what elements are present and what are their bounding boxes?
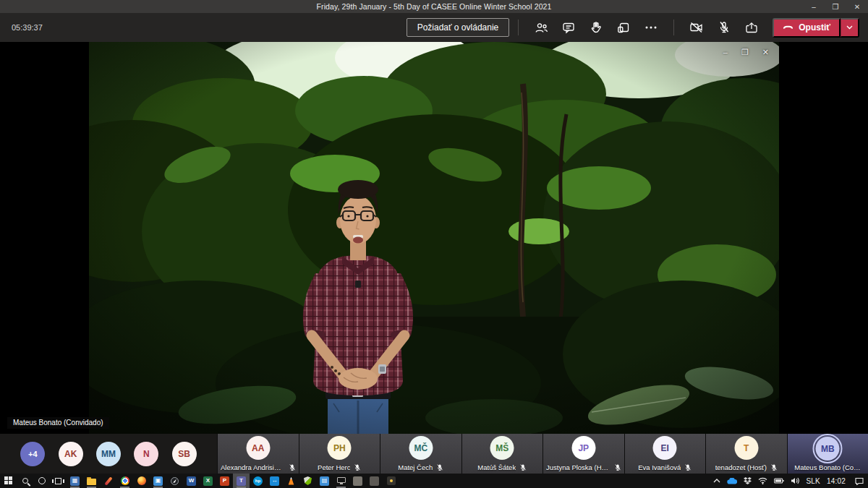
excel-icon[interactable]: X [200, 474, 216, 488]
teams-meeting-window: Friday, 29th January - 5th Day of CASEE … [0, 0, 868, 488]
shield-icon[interactable] [299, 474, 316, 488]
tray-chevron-up-icon[interactable] [713, 479, 720, 483]
participant-avatar[interactable]: N [134, 442, 158, 466]
leave-options-chevron-icon[interactable] [841, 18, 859, 38]
inner-minimize-button[interactable]: – [723, 48, 728, 57]
avatar: MČ [409, 436, 433, 460]
battery-icon[interactable] [774, 478, 784, 484]
participant-name: Alexandra Andrisinova... [221, 463, 285, 471]
participant-name: Eva Ivanišová [638, 463, 681, 471]
start-icon[interactable] [0, 474, 17, 488]
more-options-icon[interactable] [639, 17, 663, 38]
cortana-icon[interactable] [33, 474, 50, 488]
participant-tile[interactable]: T tenadozet (Hosť) [705, 434, 787, 474]
onedrive-icon[interactable] [727, 478, 737, 484]
meeting-timer: 05:39:37 [12, 23, 43, 32]
system-tray: SLK 14:02 [713, 477, 868, 485]
window-minimize-button[interactable]: – [803, 0, 825, 13]
clock[interactable]: 14:02 [827, 477, 846, 485]
powerpoint-icon[interactable]: P [216, 474, 233, 488]
participant-tile[interactable]: AA Alexandra Andrisinova... [217, 434, 299, 474]
paint-icon[interactable] [100, 474, 116, 488]
chrome-icon[interactable] [116, 474, 133, 488]
participant-avatar[interactable]: SB [172, 442, 197, 466]
volume-icon[interactable] [791, 477, 799, 484]
participant-tile[interactable]: JP Justyna Ploska (Hosť) [542, 434, 624, 474]
request-control-button[interactable]: Požiadať o ovládanie [407, 18, 510, 37]
game-app-icon[interactable] [383, 474, 399, 488]
participants-icon[interactable] [529, 17, 553, 38]
participant-tiles: AA Alexandra Andrisinova... PH Peter Her… [217, 434, 868, 474]
chat-icon[interactable] [557, 17, 580, 38]
participant-name: Matej Čech [398, 463, 433, 471]
windows-taskbar: ▦▣WXPThp↔▤ SLK [0, 474, 868, 488]
card-icon[interactable]: ▤ [316, 474, 333, 488]
mic-off-icon[interactable] [712, 17, 736, 38]
calculator-icon[interactable]: ▦ [67, 474, 83, 488]
share-screen-icon[interactable] [740, 17, 763, 38]
participant-name: Matúš Šátek [477, 463, 516, 471]
avatar: MŠ [490, 436, 514, 460]
toolbar-separator [673, 20, 674, 35]
avatar: T [734, 436, 758, 460]
inner-close-button[interactable]: ✕ [762, 48, 769, 57]
window-maximize-button[interactable]: ❐ [825, 0, 846, 13]
participant-name: tenadozet (Hosť) [715, 463, 767, 471]
mic-muted-icon [614, 464, 621, 471]
inner-restore-button[interactable]: ❐ [741, 48, 749, 57]
mic-muted-icon [436, 464, 443, 471]
meeting-toolbar: 05:39:37 Požiadať o ovládanie [0, 13, 868, 42]
participant-tile[interactable]: EI Eva Ivanišová [624, 434, 706, 474]
teams-icon[interactable]: T [233, 474, 250, 488]
compass-icon[interactable] [166, 474, 183, 488]
participant-tile[interactable]: MŠ Matúš Šátek [461, 434, 543, 474]
dropbox-icon[interactable] [744, 477, 752, 484]
window-close-button[interactable]: ✕ [846, 0, 868, 13]
file-explorer-icon[interactable] [83, 474, 100, 488]
raise-hand-icon[interactable] [584, 17, 608, 38]
participant-tile[interactable]: MB Mateus Bonato (Convidado) [787, 434, 868, 474]
search-icon[interactable] [17, 474, 33, 488]
overflow-participants-badge[interactable]: +4 [20, 442, 45, 466]
participant-tile[interactable]: MČ Matej Čech [380, 434, 461, 474]
hp-icon[interactable]: hp [250, 474, 266, 488]
breakout-rooms-icon[interactable] [612, 17, 635, 38]
participant-name: Mateus Bonato (Convidado) [794, 463, 861, 471]
avatar: AA [246, 436, 270, 460]
avatar: EI [653, 436, 677, 460]
vlc-icon[interactable] [283, 474, 299, 488]
hang-up-icon [783, 25, 793, 30]
mic-muted-icon [684, 464, 692, 471]
video-stage: – ❐ ✕ Mateus Bonato (Convidado) [0, 42, 868, 434]
grey-app-icon-2[interactable] [366, 474, 383, 488]
participants-filmstrip: +4AKMMNSB AA Alexandra Andrisinova... PH… [0, 434, 868, 474]
participant-name: Justyna Ploska (Hosť) [546, 463, 610, 471]
participant-tile[interactable]: PH Peter Herc [299, 434, 380, 474]
speaker-video[interactable]: – ❐ ✕ [89, 42, 779, 434]
camera-off-icon[interactable] [685, 17, 708, 38]
word-icon[interactable]: W [183, 474, 200, 488]
monitor-app-icon[interactable] [333, 474, 349, 488]
window-title: Friday, 29th January - 5th Day of CASEE … [65, 2, 803, 11]
photos-icon[interactable]: ▣ [150, 474, 166, 488]
speaker-name-label: Mateus Bonato (Convidado) [7, 417, 109, 429]
task-view-icon[interactable] [50, 474, 67, 488]
participant-avatar[interactable]: MM [96, 442, 121, 466]
avatar: JP [571, 436, 595, 460]
participant-avatar[interactable]: AK [59, 442, 83, 466]
avatar: MB [816, 437, 840, 461]
language-indicator[interactable]: SLK [806, 477, 820, 485]
action-center-icon[interactable] [855, 477, 864, 485]
toolbar-separator [518, 20, 519, 35]
mic-muted-icon [354, 464, 361, 471]
leave-button[interactable]: Opustiť [773, 18, 841, 38]
avatar-overflow-row: +4AKMMNSB [0, 434, 217, 474]
firefox-icon[interactable] [133, 474, 150, 488]
wifi-icon[interactable] [758, 477, 767, 484]
grey-app-icon-1[interactable] [349, 474, 366, 488]
teamviewer-icon[interactable]: ↔ [266, 474, 283, 488]
mic-muted-icon [519, 464, 527, 471]
participant-name: Peter Herc [318, 463, 350, 471]
mic-muted-icon [289, 464, 296, 471]
mic-muted-icon [770, 464, 778, 471]
